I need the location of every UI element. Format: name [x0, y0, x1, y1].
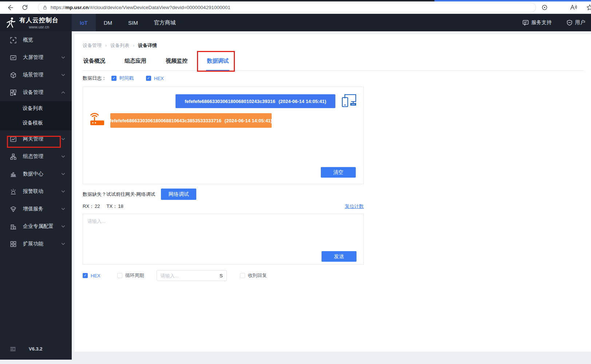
clear-button[interactable]: 清空	[321, 167, 356, 178]
sidebar-item-bigscreen[interactable]: 大屏管理	[0, 49, 72, 66]
user-link[interactable]: 用户	[567, 14, 585, 31]
sidebar-item-label: 报警联动	[23, 188, 61, 195]
configuration-icon	[10, 154, 16, 160]
breadcrumb-item[interactable]: 设备列表	[110, 42, 129, 49]
cycle-checkbox[interactable]	[117, 273, 122, 278]
sidebar-item-extensions[interactable]: 扩展功能	[0, 235, 72, 253]
tx-label: TX：	[107, 203, 118, 209]
tab-data-debug[interactable]: 数据调试	[206, 55, 229, 70]
url-path: /#/cloud/device/ViewDeviceDataView?devid…	[88, 5, 230, 10]
timestamp-option: 时间戳	[111, 75, 134, 82]
top-nav-sim[interactable]: SIM	[120, 14, 146, 31]
client-devices-icon	[340, 92, 358, 110]
network-debug-button[interactable]: 网络调试	[161, 189, 196, 200]
sidebar-item-enterprise[interactable]: 企业专属配置	[0, 218, 72, 235]
sidebar-item-value-added[interactable]: 增值服务	[0, 200, 72, 218]
timestamp-checkbox[interactable]	[111, 76, 117, 81]
reply-label: 收到回复	[248, 272, 267, 279]
network-hint-text: 数据缺失？试试前往网关-网络调试	[83, 191, 155, 198]
overview-icon	[10, 37, 16, 43]
hex-label: HEX	[154, 76, 164, 81]
sidebar: 概览 大屏管理 场景管理 设备管理 设备列表 设备模板 网关管理	[0, 31, 72, 360]
chevron-down-icon	[61, 225, 65, 228]
chevron-down-icon	[61, 56, 65, 59]
browser-address-bar[interactable]: https://mp.usr.cn/#/cloud/device/ViewDev…	[38, 3, 536, 12]
browser-read-aloud-icon[interactable]	[569, 3, 578, 12]
browser-refresh-icon[interactable]	[20, 3, 30, 13]
hex-checkbox[interactable]	[146, 76, 151, 81]
sidebar-item-overview[interactable]: 概览	[0, 31, 72, 49]
usr-runner-logo-icon	[6, 17, 16, 28]
user-label: 用户	[575, 19, 585, 26]
alarm-siren-icon	[10, 189, 16, 195]
browser-favorites-icon[interactable]	[585, 3, 591, 12]
breadcrumb-item[interactable]: 设备管理	[83, 42, 102, 49]
sidebar-item-datacenter[interactable]: 数据中心	[0, 165, 72, 183]
chevron-down-icon	[61, 190, 65, 193]
bar-chart-icon	[10, 171, 16, 177]
top-nav-mall[interactable]: 官方商城	[146, 14, 184, 31]
chat-icon	[523, 20, 529, 26]
url-domain: mp.usr.cn	[66, 5, 89, 10]
hex-option: HEX	[146, 76, 164, 81]
data-log-panel: fefefefe6866330306180068010243c39316 (20…	[83, 87, 364, 184]
reply-checkbox[interactable]	[240, 273, 245, 278]
version-label: V6.3.2	[29, 346, 43, 352]
sent-message-time: (2024-06-14 14:05:41)	[279, 99, 326, 104]
scene-cube-icon	[10, 72, 16, 78]
send-options-row: HEX 循环周期 S 收到回复	[83, 270, 267, 281]
tab-configuration-app[interactable]: 组态应用	[124, 55, 147, 70]
hex-send-option: HEX	[83, 273, 101, 278]
sidebar-item-label: 企业专属配置	[23, 223, 61, 230]
sidebar-item-device-list[interactable]: 设备列表	[0, 101, 72, 116]
sidebar-item-label: 数据中心	[23, 171, 61, 177]
hex-send-checkbox[interactable]	[83, 273, 88, 278]
rx-label: RX：	[83, 203, 94, 209]
sidebar-item-device[interactable]: 设备管理	[0, 84, 72, 101]
sidebar-item-configuration[interactable]: 组态管理	[0, 148, 72, 165]
sidebar-item-alarm[interactable]: 报警联动	[0, 183, 72, 200]
tab-video-monitor[interactable]: 视频监控	[165, 55, 188, 70]
sidebar-item-scene[interactable]: 场景管理	[0, 66, 72, 84]
support-link[interactable]: 服务支持	[523, 14, 552, 31]
top-nav-dm[interactable]: DM	[96, 14, 120, 31]
rx-tx-counters: RX：22TX：18	[83, 203, 130, 210]
gateway-icon	[10, 136, 16, 142]
chevron-down-icon	[61, 155, 65, 158]
reset-counter-link[interactable]: 复位计数	[345, 203, 364, 210]
sidebar-footer: V6.3.2	[0, 346, 72, 352]
sidebar-item-label: 大屏管理	[23, 54, 61, 61]
sidebar-item-device-template[interactable]: 设备模板	[0, 116, 72, 130]
chevron-up-icon	[61, 91, 65, 94]
sidebar-item-gateway[interactable]: 网关管理	[0, 130, 72, 148]
breadcrumb-separator: ›	[105, 43, 107, 48]
app-header: 有人云控制台 www.usr.cn IoT DM SIM 官方商城 服务支持 用…	[0, 14, 591, 31]
browser-location-icon[interactable]	[540, 3, 549, 12]
logo[interactable]: 有人云控制台 www.usr.cn	[0, 14, 72, 31]
reply-option: 收到回复	[240, 272, 267, 279]
rx-tx-row: RX：22TX：18 复位计数	[83, 203, 364, 210]
datalog-options: 数据日志： 时间戳 HEX	[83, 75, 164, 82]
browser-back-icon[interactable]	[5, 3, 15, 13]
sidebar-item-label: 设备管理	[23, 89, 61, 96]
diamond-shield-icon	[10, 206, 16, 212]
received-message-time: (2024-06-14 14:05:41)	[225, 118, 272, 123]
cycle-period-input[interactable]	[157, 273, 220, 278]
sidebar-item-label: 概览	[23, 37, 65, 43]
send-button[interactable]: 发送	[322, 251, 356, 262]
top-nav-iot[interactable]: IoT	[72, 14, 96, 31]
collapse-sidebar-icon[interactable]	[10, 347, 16, 351]
datalog-label: 数据日志：	[83, 75, 106, 82]
sidebar-item-label: 场景管理	[23, 72, 61, 78]
sidebar-item-label: 组态管理	[23, 153, 61, 160]
cycle-period-field: S	[157, 270, 227, 281]
breadcrumb-current: 设备详情	[138, 42, 157, 49]
router-device-icon	[89, 110, 106, 127]
sidebar-item-label: 扩展功能	[23, 241, 61, 247]
tx-value: 18	[118, 203, 123, 209]
timestamp-label: 时间戳	[119, 75, 134, 82]
received-message-hex: fefefefe6866330306180068810643c385353333…	[110, 118, 221, 123]
breadcrumb-separator: ›	[133, 43, 134, 48]
url-text: https://mp.usr.cn/#/cloud/device/ViewDev…	[51, 5, 231, 10]
tab-device-overview[interactable]: 设备概况	[83, 55, 106, 70]
